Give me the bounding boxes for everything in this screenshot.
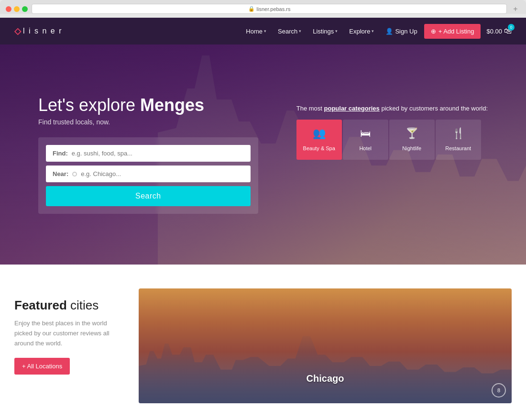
- city-overlay: [139, 288, 512, 403]
- near-field: Near:: [46, 166, 251, 182]
- nav-listings[interactable]: Listings ▾: [308, 25, 342, 38]
- category-beauty-spa[interactable]: 👥 Beauty & Spa: [296, 120, 342, 160]
- hero-title: Let's explore Menges: [38, 95, 258, 115]
- logo[interactable]: ◇ l i s n e r: [14, 26, 62, 36]
- category-nightlife-label: Nightlife: [402, 145, 421, 151]
- find-label: Find:: [53, 150, 68, 157]
- category-restaurant[interactable]: 🍴 Restaurant: [436, 120, 481, 160]
- dot-minimize[interactable]: [14, 6, 20, 12]
- near-label: Near:: [53, 170, 68, 177]
- near-input[interactable]: [81, 170, 161, 177]
- browser-toolbar: 🔒 lisner.pebas.rs +: [6, 4, 520, 14]
- hero-subtitle: Find trusted locals, now.: [38, 118, 258, 126]
- lock-icon: 🔒: [248, 6, 255, 12]
- dot-close[interactable]: [6, 6, 11, 12]
- url-text: lisner.pebas.rs: [257, 6, 291, 12]
- chevron-down-icon: ▾: [372, 29, 374, 33]
- near-input-wrapper: [72, 170, 161, 177]
- hero-left: Let's explore Menges Find trusted locals…: [38, 95, 258, 214]
- logo-text: l i s n e r: [23, 27, 62, 35]
- hotel-icon: 🛏: [347, 127, 384, 140]
- cart-icon[interactable]: 🛍 0: [504, 27, 512, 35]
- navbar: ◇ l i s n e r Home ▾ Search ▾ Listings ▾…: [0, 18, 526, 44]
- hero-right: The most popular categories picked by cu…: [296, 95, 488, 160]
- city-card-chicago[interactable]: Chicago 8: [139, 288, 512, 403]
- browser-chrome: 🔒 lisner.pebas.rs +: [0, 0, 526, 14]
- dot-maximize[interactable]: [22, 6, 28, 12]
- find-field: Find:: [46, 145, 251, 162]
- featured-section: Featured cities Enjoy the best places in…: [0, 265, 526, 420]
- cart-badge: 0: [508, 24, 515, 31]
- page: ◇ l i s n e r Home ▾ Search ▾ Listings ▾…: [0, 18, 526, 420]
- new-tab-button[interactable]: +: [511, 4, 520, 14]
- featured-title: Featured cities: [14, 298, 120, 313]
- nav-home[interactable]: Home ▾: [241, 25, 271, 38]
- nav-signup[interactable]: 👤 Sign Up: [381, 25, 422, 38]
- city-name: Chicago: [307, 373, 344, 384]
- user-icon: 👤: [385, 28, 393, 35]
- city-counter: 8: [492, 383, 506, 398]
- category-hotel-label: Hotel: [359, 145, 372, 151]
- search-button[interactable]: Search: [46, 186, 251, 206]
- categories-grid: 👥 Beauty & Spa 🛏 Hotel 🍸 Nightlife 🍴 Res…: [296, 120, 488, 160]
- categories-title: The most popular categories picked by cu…: [296, 105, 488, 112]
- beauty-spa-icon: 👥: [300, 127, 338, 140]
- chevron-down-icon: ▾: [264, 29, 266, 33]
- cart-price: $0.00: [486, 28, 502, 35]
- search-box: Find: Near: Search: [38, 137, 258, 214]
- hero-section: Let's explore Menges Find trusted locals…: [0, 44, 526, 265]
- nav-search[interactable]: Search ▾: [273, 25, 306, 38]
- category-hotel[interactable]: 🛏 Hotel: [343, 120, 388, 160]
- address-bar[interactable]: 🔒 lisner.pebas.rs: [32, 4, 507, 14]
- plus-icon: ⊕: [431, 28, 436, 35]
- restaurant-icon: 🍴: [439, 127, 477, 140]
- featured-description: Enjoy the best places in the world picke…: [14, 319, 120, 348]
- category-beauty-spa-label: Beauty & Spa: [303, 145, 335, 151]
- browser-dots: [6, 6, 28, 12]
- add-listing-button[interactable]: ⊕ + Add Listing: [424, 24, 481, 39]
- nav-links: Home ▾ Search ▾ Listings ▾ Explore ▾ 👤 S…: [241, 24, 512, 39]
- featured-info: Featured cities Enjoy the best places in…: [14, 288, 120, 375]
- category-nightlife[interactable]: 🍸 Nightlife: [389, 120, 435, 160]
- nightlife-icon: 🍸: [393, 127, 431, 140]
- logo-icon: ◇: [14, 26, 21, 36]
- chevron-down-icon: ▾: [335, 29, 338, 33]
- category-restaurant-label: Restaurant: [445, 145, 471, 151]
- hero-content: Let's explore Menges Find trusted locals…: [0, 95, 526, 214]
- nav-explore[interactable]: Explore ▾: [344, 25, 379, 38]
- find-input[interactable]: [72, 150, 244, 157]
- location-dot-icon: [72, 172, 77, 177]
- all-locations-button[interactable]: + All Locations: [14, 358, 70, 375]
- chevron-down-icon: ▾: [299, 29, 301, 33]
